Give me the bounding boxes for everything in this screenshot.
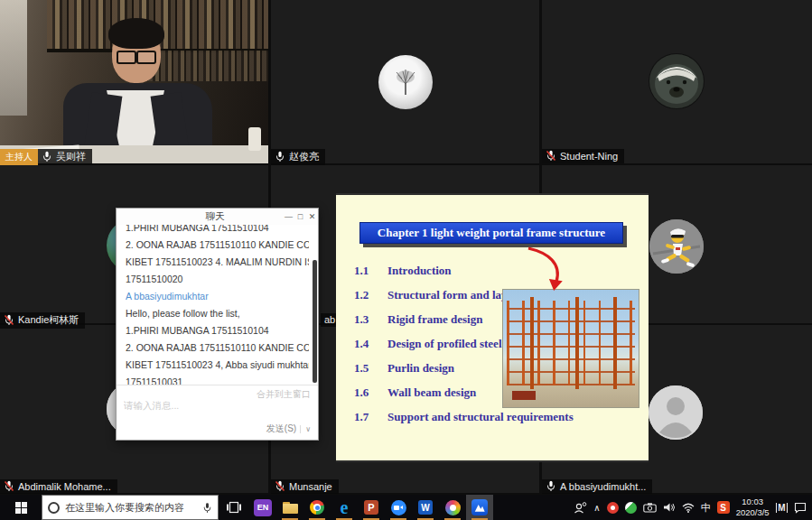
cartoon-figure-icon: [649, 219, 704, 274]
taskbar-search-box[interactable]: [42, 495, 219, 520]
chat-line: KIBET 17511510023 4, Abba siyudi mukhtar: [126, 357, 309, 374]
search-input[interactable]: [65, 502, 197, 513]
powerpoint-icon: P: [364, 500, 378, 515]
cartoon-avatar: [649, 219, 704, 274]
chrome-button[interactable]: [303, 495, 331, 520]
chat-sender-name: A bbasiyudimukhtar: [126, 288, 309, 305]
word-icon: W: [418, 500, 433, 515]
participant-name: 吴则祥: [56, 150, 86, 163]
chat-line: Hello, please follow the list,: [126, 305, 309, 322]
chat-input-area: 合并到主窗口 发送(S) ∨: [117, 385, 318, 440]
webcam-video: [0, 0, 268, 163]
nameplate-host: 主持人 吴则祥: [0, 149, 92, 165]
nameplate-abdimalik: Abdimalik Mohame...: [0, 479, 117, 494]
nameplate-ning: Student-Ning: [542, 149, 624, 163]
slide-title-banner: Chapter 1 light weight portal frame stru…: [359, 222, 623, 244]
chat-scrollbar[interactable]: [313, 260, 317, 383]
mic-on-icon: [275, 151, 285, 162]
windows-logo-icon: [15, 502, 27, 514]
powerpoint-button[interactable]: P: [358, 495, 385, 520]
glasses: [117, 51, 156, 61]
close-icon[interactable]: ✕: [306, 209, 318, 224]
chat-titlebar[interactable]: 聊天 — □ ✕: [117, 209, 318, 225]
camera-tray-icon[interactable]: [643, 495, 657, 520]
cortana-icon: [48, 502, 60, 514]
file-explorer-icon: [283, 502, 298, 514]
tencent-meeting-icon: [471, 499, 488, 515]
video-tile-ning[interactable]: [542, 0, 812, 163]
video-tile-zhao[interactable]: [271, 0, 539, 163]
chat-line: 17511510020: [126, 271, 309, 288]
participant-name: A bbasiyudimukht...: [560, 481, 646, 492]
chat-message-list[interactable]: 1.PHIRI MUBANGA 17511510104 2. OONA RAJA…: [126, 225, 309, 385]
participant-name: 赵俊亮: [289, 150, 319, 163]
red-arrow-annotation: [524, 246, 569, 292]
merge-to-main-link[interactable]: 合并到主窗口: [257, 388, 311, 401]
tray-expand-chevron-icon[interactable]: ∧: [593, 495, 600, 520]
nameplate-kandie: Kandie柯林斯: [0, 312, 85, 329]
tree-avatar: [378, 55, 433, 109]
mic-on-icon: [546, 480, 556, 492]
steel-structure-photo: [502, 289, 639, 408]
mic-muted-icon: [275, 480, 285, 492]
video-camera-icon: [391, 500, 406, 515]
mic-muted-icon: [546, 150, 556, 162]
clock-time: 10:03: [742, 497, 763, 506]
maximize-icon[interactable]: □: [294, 209, 306, 224]
red-app-tray-icon[interactable]: [607, 495, 619, 520]
chrome-icon: [310, 500, 324, 515]
green-app-tray-icon[interactable]: [625, 495, 637, 520]
minimize-icon[interactable]: —: [283, 209, 294, 224]
chat-line: 1.PHIRI MUBANGA 17511510104: [126, 225, 309, 237]
send-options-caret-icon[interactable]: ∨: [300, 425, 311, 433]
language-en-badge: EN: [254, 499, 272, 516]
badger-icon: [649, 53, 705, 109]
tree-icon: [378, 55, 433, 109]
video-tile-host[interactable]: [0, 0, 268, 163]
language-indicator[interactable]: EN: [249, 495, 276, 520]
nameplate-abbasiyudi: A bbasiyudimukht...: [542, 479, 652, 494]
taskbar-clock[interactable]: 10:03 2020/3/5: [736, 495, 770, 520]
network-wifi-icon[interactable]: [682, 495, 695, 520]
chat-line: 1.PHIRI MUBANGA 17511510104: [126, 322, 309, 339]
tencent-meeting-button[interactable]: [466, 495, 493, 520]
nameplate-munsanje: Munsanje: [271, 479, 339, 494]
chat-line: 2. OONA RAJAB 17511510110 KANDIE COLLINS: [126, 339, 309, 357]
ink-workspace-icon[interactable]: M: [776, 495, 788, 520]
file-explorer-button[interactable]: [276, 495, 303, 520]
word-button[interactable]: W: [412, 495, 439, 520]
meeting-app-window: 主持人 吴则祥 赵俊亮: [0, 0, 812, 520]
edge-button[interactable]: e: [331, 495, 358, 520]
mic-muted-icon: [4, 314, 14, 326]
silhouette-avatar: [649, 385, 703, 440]
volume-icon[interactable]: [663, 495, 676, 520]
participant-name: Abdimalik Mohame...: [18, 481, 111, 492]
windows-taskbar: EN e P W: [0, 495, 812, 520]
host-badge: 主持人: [0, 149, 38, 165]
compass-app-button[interactable]: [439, 495, 466, 520]
slide-item: 1.7Support and structural requirements: [354, 410, 574, 434]
mic-muted-icon: [4, 480, 14, 492]
action-center-icon[interactable]: [794, 495, 807, 520]
people-icon[interactable]: [574, 495, 587, 520]
window-light: [0, 0, 27, 116]
badger-avatar: [649, 53, 705, 109]
task-view-icon: [227, 501, 241, 514]
chat-message-input[interactable]: [124, 400, 259, 411]
mic-on-icon: [42, 151, 52, 162]
taskbar-pinned-apps: e P W: [276, 495, 493, 520]
participant-name: Munsanje: [289, 481, 332, 492]
search-mic-icon[interactable]: [202, 502, 212, 514]
chat-window: 聊天 — □ ✕ 1.PHIRI MUBANGA 17511510104 2. …: [116, 208, 319, 441]
nameplate-zhao: 赵俊亮: [271, 149, 325, 165]
chat-line: KIBET 17511510023 4. MAALIM NURDIN ISMAI…: [126, 254, 309, 271]
edge-icon: e: [341, 498, 349, 516]
send-button[interactable]: 发送(S): [266, 422, 296, 435]
task-view-button[interactable]: [219, 495, 249, 520]
compass-app-icon: [445, 500, 461, 515]
sogou-icon[interactable]: S: [717, 495, 730, 520]
ime-indicator[interactable]: 中: [701, 495, 711, 520]
start-button[interactable]: [0, 495, 42, 520]
participant-name: Student-Ning: [560, 151, 618, 162]
meeting-camera-button[interactable]: [385, 495, 412, 520]
